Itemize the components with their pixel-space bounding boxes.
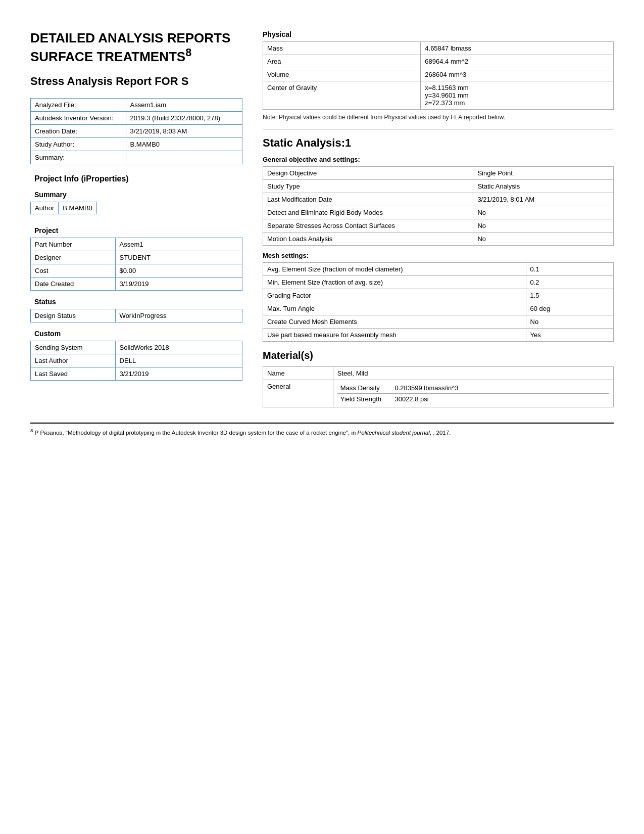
general-analysis-label: Detect and Eliminate Rigid Body Modes — [263, 206, 473, 219]
project-row: Date Created3/19/2019 — [31, 277, 242, 291]
analyzed-file-value — [126, 151, 242, 164]
mesh-row: Create Curved Mesh ElementsNo — [263, 315, 614, 329]
general-analysis-row: Study TypeStatic Analysis — [263, 180, 614, 193]
material-property-row: Mass Density0.283599 lbmass/in^3 — [337, 383, 609, 394]
analyzed-file-label: Analyzed File: — [31, 99, 126, 112]
author-value: B.MAMB0 — [58, 202, 96, 214]
mesh-row-label: Grading Factor — [263, 289, 526, 302]
analyzed-file-value: 2019.3 (Build 233278000, 278) — [126, 112, 242, 125]
physical-row: Center of Gravityx=8.11563 mmy=34.9601 m… — [263, 81, 614, 110]
mesh-row-value: Yes — [526, 329, 614, 342]
general-analysis-row: Design ObjectiveSingle Point — [263, 167, 614, 180]
footnote-text2: , , 2017. — [430, 430, 451, 436]
physical-row: Area68964.4 mm^2 — [263, 55, 614, 68]
project-row-label: Part Number — [31, 238, 116, 251]
general-analysis-value: No — [473, 206, 614, 219]
main-title: DETAILED ANALYSIS REPORTS SURFACE TREATM… — [30, 30, 242, 65]
mesh-row-value: 0.1 — [526, 263, 614, 276]
project-info-header: Project Info (iProperties) — [30, 174, 242, 183]
general-analysis-row: Last Modification Date3/21/2019, 8:01 AM — [263, 193, 614, 206]
project-row: DesignerSTUDENT — [31, 251, 242, 264]
custom-row-label: Last Author — [31, 354, 116, 367]
sub-title-text: Stress Analysis Report FOR S — [30, 75, 188, 87]
mesh-table: Avg. Element Size (fraction of model dia… — [263, 262, 614, 342]
divider — [263, 129, 614, 129]
general-analysis-label: Design Objective — [263, 167, 473, 180]
footnote-section: 8 Р Рязанов, "Methodology of digital pro… — [30, 423, 614, 436]
mesh-row-label: Use part based measure for Assembly mesh — [263, 329, 526, 342]
project-label: Project — [34, 226, 58, 235]
physical-row-value: 4.65847 lbmass — [421, 42, 614, 55]
material-general-label: General — [263, 380, 333, 407]
custom-row-value: SolidWorks 2018 — [115, 341, 242, 354]
material-prop-value: 0.283599 lbmass/in^3 — [391, 383, 609, 394]
footnote-text: 8 Р Рязанов, "Methodology of digital pro… — [30, 428, 614, 436]
status-label: Status — [34, 298, 56, 306]
material-name-value: Steel, Mild — [333, 367, 613, 380]
footnote-main-text: Р Рязанов, "Methodology of digital proto… — [35, 430, 358, 436]
mesh-row-value: 0.2 — [526, 276, 614, 289]
material-prop-value: 30022.8 psi — [391, 394, 609, 405]
analyzed-file-label: Creation Date: — [31, 125, 126, 138]
mesh-row: Min. Element Size (fraction of avg. size… — [263, 276, 614, 289]
physical-row-label: Mass — [263, 42, 421, 55]
mesh-row-label: Create Curved Mesh Elements — [263, 315, 526, 329]
status-row-value: WorkInProgress — [115, 309, 242, 322]
project-table: Part NumberAssem1DesignerSTUDENTCost$0.0… — [30, 238, 242, 291]
general-analysis-value: 3/21/2019, 8:01 AM — [473, 193, 614, 206]
analyzed-file-value: B.MAMB0 — [126, 138, 242, 151]
mesh-row: Avg. Element Size (fraction of model dia… — [263, 263, 614, 276]
material-inner-table: Mass Density0.283599 lbmass/in^3Yield St… — [337, 383, 609, 404]
mesh-row-value: 60 deg — [526, 302, 614, 315]
project-row-label: Designer — [31, 251, 116, 264]
physical-section: Physical Mass4.65847 lbmassArea68964.4 m… — [263, 30, 614, 121]
materials-title: Material(s) — [263, 350, 614, 361]
right-column: Physical Mass4.65847 lbmassArea68964.4 m… — [263, 30, 614, 407]
analyzed-file-row: Study Author:B.MAMB0 — [31, 138, 242, 151]
main-title-superscript: 8 — [185, 46, 191, 59]
physical-row-label: Center of Gravity — [263, 81, 421, 110]
analysis-title: Static Analysis:1 — [263, 136, 614, 150]
physical-row-label: Volume — [263, 68, 421, 81]
material-name-label: Name — [263, 367, 333, 380]
project-row: Cost$0.00 — [31, 264, 242, 277]
material-prop-label: Yield Strength — [337, 394, 392, 405]
custom-row: Last Saved3/21/2019 — [31, 367, 242, 381]
mesh-row-label: Min. Element Size (fraction of avg. size… — [263, 276, 526, 289]
project-row-label: Cost — [31, 264, 116, 277]
mesh-label: Mesh settings: — [263, 252, 614, 259]
material-general-row: General Mass Density0.283599 lbmass/in^3… — [263, 380, 614, 407]
analyzed-file-row: Autodesk Inventor Version:2019.3 (Build … — [31, 112, 242, 125]
mesh-row-value: 1.5 — [526, 289, 614, 302]
sub-title: Stress Analysis Report FOR S — [30, 75, 242, 88]
physical-row-value: x=8.11563 mmy=34.9601 mmz=72.373 mm — [421, 81, 614, 110]
materials-table: Name Steel, Mild General Mass Density0.2… — [263, 366, 614, 407]
material-prop-label: Mass Density — [337, 383, 392, 394]
custom-row-value: DELL — [115, 354, 242, 367]
author-box: Author B.MAMB0 — [30, 202, 97, 214]
project-row-value: Assem1 — [115, 238, 242, 251]
status-table: Design StatusWorkInProgress — [30, 309, 242, 322]
custom-row-label: Sending System — [31, 341, 116, 354]
mesh-row: Max. Turn Angle60 deg — [263, 302, 614, 315]
general-analysis-label: Motion Loads Analysis — [263, 233, 473, 246]
status-row-label: Design Status — [31, 309, 116, 322]
general-analysis-row: Detect and Eliminate Rigid Body ModesNo — [263, 206, 614, 219]
physical-row-label: Area — [263, 55, 421, 68]
author-label: Author — [31, 202, 58, 214]
analyzed-file-label: Autodesk Inventor Version: — [31, 112, 126, 125]
analyzed-file-table: Analyzed File:Assem1.iamAutodesk Invento… — [30, 98, 242, 164]
summary-label: Summary — [34, 191, 67, 199]
general-analysis-table: Design ObjectiveSingle PointStudy TypeSt… — [263, 166, 614, 246]
status-header: Status — [30, 298, 242, 306]
general-analysis-row: Separate Stresses Across Contact Surface… — [263, 219, 614, 233]
analyzed-file-label: Summary: — [31, 151, 126, 164]
general-analysis-value: Single Point — [473, 167, 614, 180]
status-row: Design StatusWorkInProgress — [31, 309, 242, 322]
general-analysis-value: No — [473, 233, 614, 246]
summary-header: Summary — [30, 191, 242, 199]
general-objectives-label: General objective and settings: — [263, 156, 614, 163]
project-row-value: $0.00 — [115, 264, 242, 277]
custom-row-label: Last Saved — [31, 367, 116, 381]
mesh-row: Use part based measure for Assembly mesh… — [263, 329, 614, 342]
